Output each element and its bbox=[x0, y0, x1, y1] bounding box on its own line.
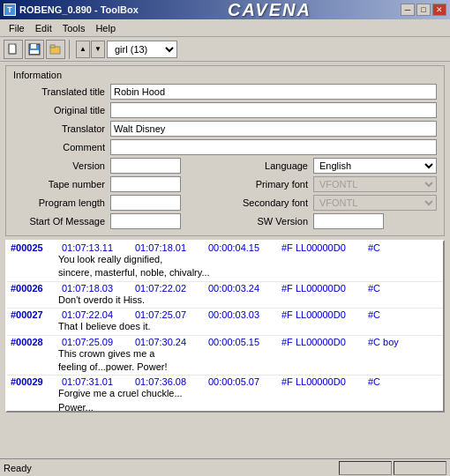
close-button[interactable]: ✕ bbox=[432, 4, 446, 16]
list-item[interactable]: #0002801:07:25.0901:07:30.2400:00:05.15#… bbox=[7, 336, 443, 376]
svg-rect-5 bbox=[50, 45, 55, 48]
sw-version-input[interactable] bbox=[313, 213, 384, 229]
status-bar: Ready bbox=[0, 458, 450, 476]
subtitle-code: #F LL00000D0 bbox=[281, 376, 361, 387]
subtitle-duration: 00:00:05.07 bbox=[208, 376, 274, 387]
subtitle-text-line: That I believe does it. bbox=[11, 320, 439, 333]
translated-title-row: Translated title bbox=[13, 84, 437, 100]
subtitle-duration: 00:00:04.15 bbox=[208, 242, 274, 253]
svg-rect-2 bbox=[31, 44, 36, 48]
tape-primaryfont-row: Tape number Primary font VFONTL bbox=[13, 176, 437, 192]
start-of-message-input[interactable] bbox=[110, 213, 181, 229]
translated-title-input[interactable] bbox=[110, 84, 437, 100]
primary-font-label: Primary font bbox=[225, 179, 313, 190]
status-panel-2 bbox=[394, 461, 446, 475]
subtitle-text-line: This crown gives me a bbox=[11, 347, 439, 361]
translator-label: Translator bbox=[13, 123, 110, 134]
subtitle-time-out: 01:07:30.24 bbox=[135, 337, 201, 347]
subtitle-selector[interactable]: girl (13) bbox=[107, 41, 177, 58]
subtitle-time-out: 01:07:36.08 bbox=[135, 376, 201, 387]
original-title-row: Original title bbox=[13, 102, 437, 118]
status-panel-1 bbox=[339, 461, 392, 475]
startmsg-swversion-row: Start Of Message SW Version bbox=[13, 213, 437, 229]
nav-down-button[interactable]: ▼ bbox=[91, 41, 105, 58]
subtitle-code: #F LL00000D0 bbox=[281, 242, 361, 253]
subtitle-text-line: Don't overdo it Hiss. bbox=[11, 294, 439, 307]
subtitle-duration: 00:00:03.03 bbox=[208, 309, 274, 320]
version-label: Version bbox=[13, 160, 110, 171]
title-bar: T ROBENG_0.890 - ToolBox CAVENA ─ □ ✕ bbox=[0, 0, 450, 19]
secondary-font-label: Secondary font bbox=[225, 197, 313, 208]
subtitle-number: #00027 bbox=[11, 309, 55, 320]
version-language-row: Version Language English bbox=[13, 158, 437, 174]
menu-tools[interactable]: Tools bbox=[57, 21, 91, 35]
subtitle-extra: #C bbox=[368, 376, 380, 387]
toolbar: ▲ ▼ girl (13) bbox=[0, 37, 450, 62]
status-text: Ready bbox=[4, 463, 339, 473]
subtitle-time-out: 01:07:25.07 bbox=[135, 309, 201, 320]
svg-rect-0 bbox=[9, 44, 16, 54]
comment-row: Comment bbox=[13, 139, 437, 155]
subtitle-time-in: 01:07:25.09 bbox=[62, 337, 128, 347]
subtitle-time-out: 01:07:22.02 bbox=[135, 283, 201, 294]
maximize-button[interactable]: □ bbox=[416, 4, 431, 16]
subtitle-duration: 00:00:05.15 bbox=[208, 337, 274, 347]
start-of-message-label: Start Of Message bbox=[13, 216, 110, 227]
subtitle-time-in: 01:07:13.11 bbox=[62, 242, 128, 253]
subtitle-text-line: sincere, masterful, noble, chivalry... bbox=[11, 266, 439, 279]
svg-rect-3 bbox=[30, 50, 39, 54]
subtitle-time-in: 01:07:31.01 bbox=[62, 376, 128, 387]
subtitle-number: #00029 bbox=[11, 376, 55, 387]
menu-edit[interactable]: Edit bbox=[30, 21, 57, 35]
menu-file[interactable]: File bbox=[4, 21, 30, 35]
subtitle-extra: #C bbox=[368, 242, 380, 253]
programlength-secondaryfont-row: Program length Secondary font VFONTL bbox=[13, 195, 437, 211]
info-panel: Information Translated title Original ti… bbox=[5, 65, 445, 236]
subtitle-text-line: Power... bbox=[11, 401, 439, 413]
comment-input[interactable] bbox=[110, 139, 437, 155]
subtitle-list[interactable]: #0002501:07:13.1101:07:18.0100:00:04.15#… bbox=[5, 240, 445, 413]
translator-input[interactable] bbox=[110, 121, 437, 137]
subtitle-text-line: You look really dignified, bbox=[11, 253, 439, 266]
subtitle-code: #F LL00000D0 bbox=[281, 309, 361, 320]
subtitle-number: #00025 bbox=[11, 242, 55, 253]
toolbar-new-button[interactable] bbox=[4, 40, 23, 59]
language-select[interactable]: English bbox=[313, 158, 437, 174]
toolbar-open-button[interactable] bbox=[46, 40, 65, 59]
list-item[interactable]: #0002901:07:31.0101:07:36.0800:00:05.07#… bbox=[7, 376, 443, 413]
subtitle-extra: #C boy bbox=[368, 337, 399, 347]
subtitle-code: #F LL00000D0 bbox=[281, 283, 361, 294]
nav-up-button[interactable]: ▲ bbox=[76, 41, 90, 58]
version-input[interactable] bbox=[110, 158, 181, 174]
subtitle-time-out: 01:07:18.01 bbox=[135, 242, 201, 253]
toolbar-separator bbox=[69, 40, 72, 59]
subtitle-duration: 00:00:03.24 bbox=[208, 283, 274, 294]
list-item[interactable]: #0002601:07:18.0301:07:22.0200:00:03.24#… bbox=[7, 282, 443, 309]
menu-bar: File Edit Tools Help bbox=[0, 19, 450, 37]
subtitle-text-line: Forgive me a cruel chuckle... bbox=[11, 387, 439, 400]
subtitle-code: #F LL00000D0 bbox=[281, 337, 361, 347]
subtitle-extra: #C bbox=[368, 283, 380, 294]
nav-controls: ▲ ▼ bbox=[76, 41, 105, 58]
primary-font-select[interactable]: VFONTL bbox=[313, 176, 437, 192]
subtitle-number: #00026 bbox=[11, 283, 55, 294]
program-length-input[interactable] bbox=[110, 195, 181, 211]
brand-logo: CAVENA bbox=[228, 0, 311, 20]
list-item[interactable]: #0002701:07:22.0401:07:25.0700:00:03.03#… bbox=[7, 309, 443, 335]
subtitle-time-in: 01:07:22.04 bbox=[62, 309, 128, 320]
subtitle-number: #00028 bbox=[11, 337, 55, 347]
original-title-input[interactable] bbox=[110, 102, 437, 118]
sw-version-label: SW Version bbox=[225, 216, 313, 227]
app-icon: T bbox=[4, 4, 16, 16]
secondary-font-select[interactable]: VFONTL bbox=[313, 195, 437, 211]
minimize-button[interactable]: ─ bbox=[401, 4, 415, 16]
tape-number-input[interactable] bbox=[110, 176, 181, 192]
subtitle-extra: #C bbox=[368, 309, 380, 320]
tape-number-label: Tape number bbox=[13, 179, 110, 190]
toolbar-save-button[interactable] bbox=[25, 40, 44, 59]
menu-help[interactable]: Help bbox=[90, 21, 121, 35]
info-section-title: Information bbox=[13, 70, 437, 80]
comment-label: Comment bbox=[13, 142, 110, 152]
program-length-label: Program length bbox=[13, 197, 110, 208]
list-item[interactable]: #0002501:07:13.1101:07:18.0100:00:04.15#… bbox=[7, 242, 443, 282]
